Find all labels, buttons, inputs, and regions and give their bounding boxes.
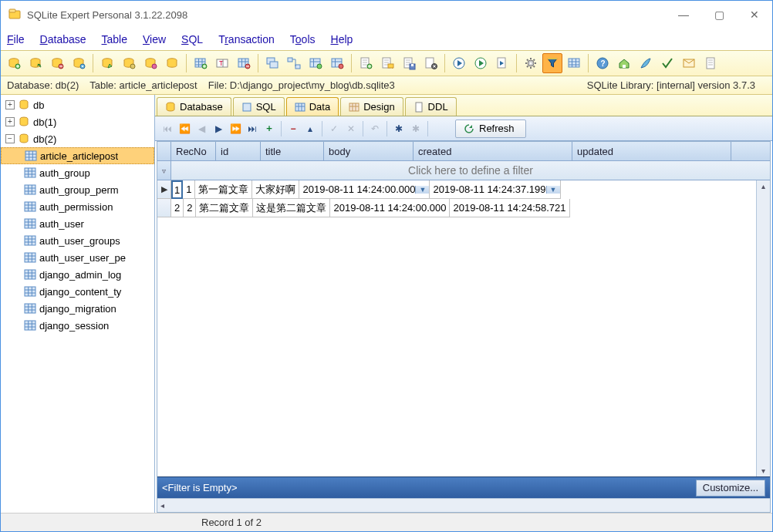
- table-delete-icon[interactable]: [234, 53, 254, 73]
- db-remove-icon[interactable]: [47, 53, 67, 73]
- col-header-recno[interactable]: RecNo: [171, 142, 216, 160]
- tree-db-root-0[interactable]: + db: [1, 96, 154, 113]
- execute-step-icon[interactable]: [471, 53, 491, 73]
- vertical-scrollbar[interactable]: ▴▾: [756, 180, 770, 476]
- col-header-id[interactable]: id: [216, 142, 261, 160]
- grid-filter-row[interactable]: ▿ Click here to define a filter: [157, 161, 770, 180]
- execute-icon[interactable]: [449, 53, 469, 73]
- table-edit-icon[interactable]: [305, 53, 326, 73]
- filter-hint[interactable]: Click here to define a filter: [171, 161, 770, 180]
- col-header-updated[interactable]: updated: [572, 142, 731, 160]
- nav-goto-icon[interactable]: ✱: [408, 120, 424, 137]
- database-tree[interactable]: + db + db(1) − db(2) article_articlepost…: [1, 95, 155, 513]
- menu-file[interactable]: File: [7, 33, 25, 45]
- menu-help[interactable]: Help: [331, 33, 353, 45]
- tree-table-django_migration[interactable]: django_migration: [1, 300, 154, 317]
- data-grid[interactable]: RecNo id title body created updated ▿ Cl…: [157, 141, 771, 513]
- nav-prev-page-icon[interactable]: ⏪: [177, 120, 192, 137]
- maximize-button[interactable]: ▢: [701, 1, 737, 29]
- refresh-button[interactable]: Refresh: [455, 120, 526, 138]
- expand-icon[interactable]: +: [5, 100, 15, 109]
- feather-icon[interactable]: [636, 53, 656, 73]
- help-icon[interactable]: ?: [592, 53, 613, 73]
- nav-undo-icon[interactable]: ↶: [367, 120, 383, 137]
- script-open-icon[interactable]: [377, 53, 397, 73]
- menu-transaction[interactable]: Transaction: [218, 33, 275, 45]
- cell-id[interactable]: 2: [184, 199, 196, 217]
- horizontal-scrollbar[interactable]: ◂: [157, 498, 770, 512]
- menu-view[interactable]: View: [143, 33, 166, 45]
- home-icon[interactable]: [614, 53, 634, 73]
- tree-db-root-1[interactable]: + db(1): [1, 113, 154, 130]
- tree-table-article_articlepost[interactable]: article_articlepost: [1, 147, 154, 164]
- db-new-icon[interactable]: [4, 53, 24, 73]
- tree-table-django_session[interactable]: django_session: [1, 317, 154, 334]
- nav-next-page-icon[interactable]: ⏩: [228, 120, 243, 137]
- db-5-icon[interactable]: [97, 53, 117, 73]
- script-close-icon[interactable]: [420, 53, 441, 73]
- expand-icon[interactable]: +: [5, 117, 15, 126]
- cell-title[interactable]: 第一篇文章: [195, 180, 252, 199]
- script-save-icon[interactable]: [399, 53, 419, 73]
- tab-design[interactable]: Design: [340, 97, 403, 116]
- nav-first-icon[interactable]: ⏮: [160, 120, 175, 137]
- nav-last-icon[interactable]: ⏭: [245, 120, 260, 137]
- menu-table[interactable]: Table: [102, 33, 127, 45]
- db-8-icon[interactable]: [162, 53, 182, 73]
- nav-prev-icon[interactable]: ◀: [194, 120, 209, 137]
- menu-sql[interactable]: SQL: [181, 33, 203, 45]
- nav-cancel-icon[interactable]: ✕: [343, 120, 359, 137]
- nav-bookmark-icon[interactable]: ✱: [391, 120, 407, 137]
- cell-created[interactable]: 2019-08-11 14:24:00.000▼: [299, 180, 430, 199]
- tree-table-django_admin_log[interactable]: django_admin_log: [1, 266, 154, 283]
- tree-table-auth_user_user_pe[interactable]: auth_user_user_pe: [1, 249, 154, 266]
- check-icon[interactable]: [657, 53, 677, 73]
- grid-options-icon[interactable]: [564, 53, 584, 73]
- collapse-icon[interactable]: −: [5, 134, 15, 143]
- tree-table-auth_user[interactable]: auth_user: [1, 215, 154, 232]
- table-row[interactable]: 2 2 第二篇文章 这是第二篇文章 2019-08-11 14:24:00.00…: [157, 199, 770, 217]
- table-new-icon[interactable]: [191, 53, 211, 73]
- col-header-created[interactable]: created: [414, 142, 572, 160]
- cell-recno[interactable]: 2: [171, 199, 184, 217]
- cell-created[interactable]: 2019-08-11 14:24:00.000: [330, 199, 450, 217]
- tree-table-auth_group[interactable]: auth_group: [1, 164, 154, 181]
- cell-title[interactable]: 第二篇文章: [196, 199, 253, 217]
- nav-post-icon[interactable]: ✓: [326, 120, 342, 137]
- close-button[interactable]: ✕: [737, 1, 772, 29]
- customize-button[interactable]: Customize...: [696, 480, 765, 497]
- nav-delete-icon[interactable]: −: [285, 120, 301, 137]
- col-header-body[interactable]: body: [324, 142, 414, 160]
- db-7-icon[interactable]: [140, 53, 160, 73]
- table-minus-icon[interactable]: [327, 53, 347, 73]
- cell-body[interactable]: 这是第二篇文章: [253, 199, 330, 217]
- nav-next-icon[interactable]: ▶: [211, 120, 226, 137]
- cell-body[interactable]: 大家好啊: [252, 180, 299, 199]
- table-copy-icon[interactable]: [262, 53, 282, 73]
- execute-file-icon[interactable]: [492, 53, 512, 73]
- tab-sql[interactable]: SQL: [233, 97, 285, 116]
- nav-edit-icon[interactable]: ▴: [302, 120, 318, 137]
- gear-icon[interactable]: [521, 53, 541, 73]
- db-6-icon[interactable]: [119, 53, 139, 73]
- table-row[interactable]: ▶ 1 1 第一篇文章 大家好啊 2019-08-11 14:24:00.000…: [157, 180, 770, 199]
- menu-database[interactable]: Database: [40, 33, 86, 45]
- rename-icon[interactable]: T: [212, 53, 232, 73]
- tab-data[interactable]: Data: [286, 97, 339, 116]
- tree-table-auth_user_groups[interactable]: auth_user_groups: [1, 232, 154, 249]
- mail-icon[interactable]: [679, 53, 699, 73]
- relation-icon[interactable]: [284, 53, 304, 73]
- db-add-icon[interactable]: [25, 53, 46, 73]
- cell-updated[interactable]: 2019-08-11 14:24:37.199▼: [430, 180, 560, 199]
- tree-db-root-2[interactable]: − db(2): [1, 130, 154, 147]
- dropdown-icon[interactable]: ▼: [546, 186, 560, 194]
- tab-database[interactable]: Database: [157, 97, 231, 116]
- tree-table-auth_group_perm[interactable]: auth_group_perm: [1, 181, 154, 198]
- db-settings-icon[interactable]: [69, 53, 89, 73]
- dropdown-icon[interactable]: ▼: [415, 186, 429, 194]
- menu-tools[interactable]: Tools: [290, 33, 316, 45]
- nav-insert-icon[interactable]: ＋: [262, 120, 277, 137]
- minimize-button[interactable]: —: [666, 1, 701, 29]
- cell-id[interactable]: 1: [183, 180, 195, 199]
- cell-recno[interactable]: 1: [171, 180, 183, 199]
